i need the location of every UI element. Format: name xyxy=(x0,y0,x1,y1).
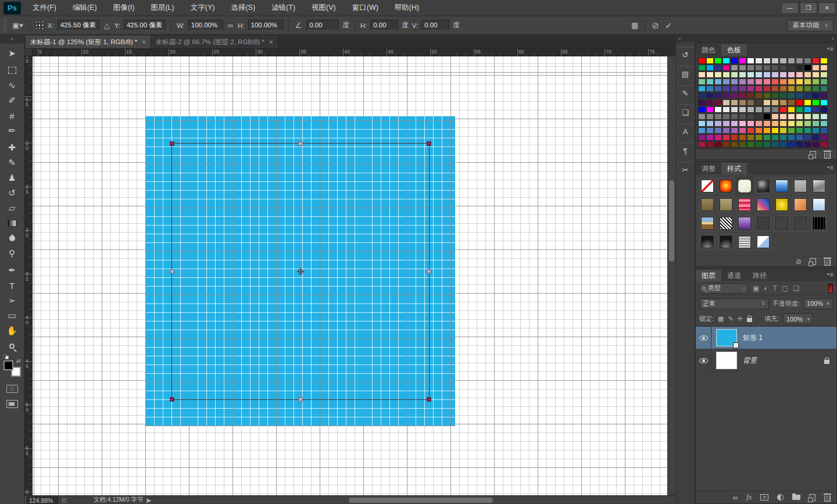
color-swatch[interactable] xyxy=(722,113,730,120)
color-swatch[interactable] xyxy=(714,134,722,141)
layer-visibility-cell[interactable] xyxy=(696,327,711,349)
color-swatch[interactable] xyxy=(739,113,746,120)
color-swatch[interactable] xyxy=(788,148,795,149)
color-swatch[interactable] xyxy=(763,134,771,141)
quick-mask-mode-icon[interactable] xyxy=(6,385,18,393)
color-swatch[interactable] xyxy=(714,127,722,134)
menu-item[interactable]: 文件(F) xyxy=(26,1,63,15)
color-swatch[interactable] xyxy=(698,72,706,78)
color-swatch[interactable] xyxy=(796,99,803,106)
eyedropper-tool[interactable]: ✏ xyxy=(2,123,22,138)
filtering-toggle[interactable] xyxy=(828,284,833,293)
style-item[interactable] xyxy=(736,196,753,213)
color-swatch[interactable] xyxy=(812,120,820,127)
color-swatch[interactable] xyxy=(747,134,754,141)
style-item[interactable] xyxy=(699,233,716,251)
color-swatch[interactable] xyxy=(706,148,714,149)
style-item[interactable] xyxy=(792,215,809,232)
layer-visibility-cell[interactable] xyxy=(696,349,711,371)
color-swatch[interactable] xyxy=(779,65,787,71)
color-swatch[interactable] xyxy=(747,78,754,85)
color-swatch[interactable] xyxy=(779,113,787,120)
color-swatch[interactable] xyxy=(747,72,754,78)
color-swatch[interactable] xyxy=(739,92,746,99)
color-swatch[interactable] xyxy=(747,127,754,134)
color-swatch[interactable] xyxy=(747,106,754,113)
color-swatch[interactable] xyxy=(706,127,714,134)
color-swatch[interactable] xyxy=(755,72,763,78)
color-swatch[interactable] xyxy=(755,65,763,71)
color-swatch[interactable] xyxy=(804,127,811,134)
color-swatch[interactable] xyxy=(739,106,746,113)
color-swatch[interactable] xyxy=(739,58,746,64)
menu-item[interactable]: 编辑(E) xyxy=(66,1,104,15)
color-swatch[interactable] xyxy=(763,120,771,127)
color-swatch[interactable] xyxy=(739,85,746,92)
color-swatch[interactable] xyxy=(731,113,738,120)
link-layers-icon[interactable]: ∞ xyxy=(733,494,738,502)
color-swatch[interactable] xyxy=(706,99,714,106)
new-group-icon[interactable] xyxy=(792,495,800,500)
transform-center-point[interactable] xyxy=(297,268,305,276)
filter-shape-layers-icon[interactable]: ▢ xyxy=(782,284,788,292)
color-swatch[interactable] xyxy=(796,65,803,71)
color-swatch[interactable] xyxy=(796,148,803,149)
color-swatch[interactable] xyxy=(812,65,820,71)
color-swatch[interactable] xyxy=(820,113,828,120)
color-swatch[interactable] xyxy=(812,127,820,134)
color-swatch[interactable] xyxy=(771,65,779,71)
color-swatch[interactable] xyxy=(796,92,803,99)
tab-close-icon[interactable]: × xyxy=(269,38,273,45)
type-tool[interactable]: T xyxy=(2,278,22,293)
color-swatch[interactable] xyxy=(698,148,706,149)
color-swatch[interactable] xyxy=(706,78,714,85)
new-layer-icon[interactable] xyxy=(809,494,815,501)
color-swatch[interactable] xyxy=(739,72,746,78)
brush-tool[interactable]: ✎ xyxy=(2,155,22,170)
color-swatch[interactable] xyxy=(706,134,714,141)
color-swatch[interactable] xyxy=(714,65,722,71)
color-swatch[interactable] xyxy=(731,120,738,127)
gradient-tool[interactable] xyxy=(2,216,22,231)
toolbox-collapse-icon[interactable]: » xyxy=(0,35,24,44)
color-swatch[interactable] xyxy=(796,85,803,92)
pen-tool[interactable]: ✒ xyxy=(2,263,22,278)
color-swatch[interactable] xyxy=(788,58,795,64)
blur-tool[interactable] xyxy=(2,231,22,246)
color-swatch[interactable] xyxy=(804,58,811,64)
menu-item[interactable]: 文字(Y) xyxy=(184,1,222,15)
color-swatch[interactable] xyxy=(747,148,754,149)
color-swatch[interactable] xyxy=(804,120,811,127)
color-swatch[interactable] xyxy=(779,58,787,64)
lock-position-icon[interactable]: ✛ xyxy=(738,315,743,323)
color-swatch[interactable] xyxy=(714,113,722,120)
style-item[interactable] xyxy=(736,215,753,232)
color-swatch[interactable] xyxy=(771,141,779,148)
lock-transparency-icon[interactable]: ▦ xyxy=(718,315,724,323)
workspace-switcher[interactable]: 基本功能 ⇕ xyxy=(787,20,834,31)
blend-mode-dropdown[interactable]: 正常 ⇕ xyxy=(699,298,769,309)
link-dimensions-icon[interactable]: ∞ xyxy=(227,21,234,30)
color-swatch[interactable] xyxy=(771,134,779,141)
color-swatch[interactable] xyxy=(771,78,779,85)
color-swatch[interactable] xyxy=(820,120,828,127)
transform-handle[interactable] xyxy=(170,270,174,274)
color-swatch[interactable] xyxy=(812,141,820,148)
panel-menu-icon[interactable]: ▾≡ xyxy=(827,271,834,278)
style-item[interactable] xyxy=(792,177,809,195)
zoom-level-field[interactable]: 124.88% xyxy=(27,496,58,504)
filter-smart-objects-icon[interactable]: ❏ xyxy=(793,284,799,292)
canvas[interactable] xyxy=(33,56,667,495)
color-swatch[interactable] xyxy=(747,113,754,120)
color-swatch[interactable] xyxy=(706,65,714,71)
filter-adjustment-layers-icon[interactable]: ◐ xyxy=(764,284,768,292)
color-swatch[interactable] xyxy=(820,141,828,148)
style-item[interactable] xyxy=(773,196,791,213)
delete-style-icon[interactable] xyxy=(824,259,831,266)
color-swatch[interactable] xyxy=(722,65,730,71)
color-swatch[interactable] xyxy=(796,72,803,78)
color-swatch[interactable] xyxy=(779,99,787,106)
height-input[interactable]: 100.00% xyxy=(248,20,283,31)
color-swatch[interactable] xyxy=(731,58,738,64)
color-swatch[interactable] xyxy=(812,134,820,141)
